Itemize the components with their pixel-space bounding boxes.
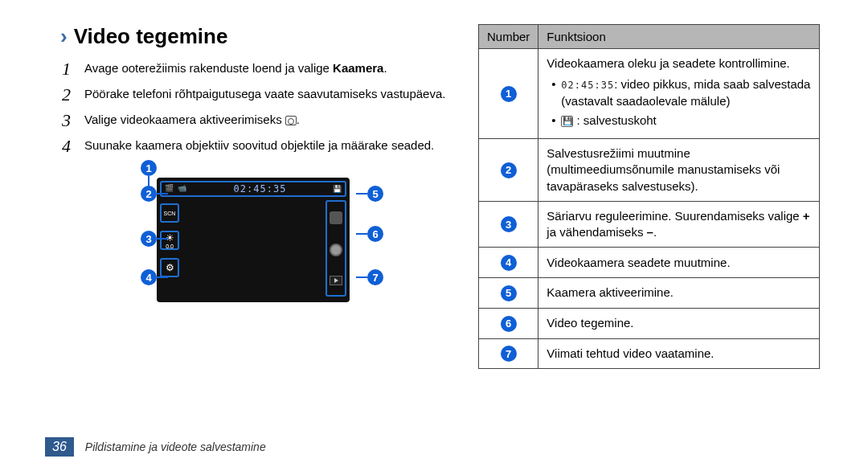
step-item: 3 Valige videokaamera aktiveerimiseks . <box>62 112 446 129</box>
scene-label: SCN <box>164 211 176 216</box>
table-row: 4 Videokaamera seadete muutmine. <box>479 248 820 278</box>
heading-title: Video tegemine <box>74 24 228 49</box>
callout-2: 2 <box>141 186 157 202</box>
camera-switch-icon <box>330 211 342 224</box>
col-number: Number <box>479 25 538 49</box>
chevron-right-icon: › <box>60 24 68 49</box>
row-badge: 2 <box>501 162 517 178</box>
step-number: 3 <box>62 112 76 129</box>
step-number: 1 <box>62 60 76 78</box>
scene-mode-highlight: SCN <box>160 203 179 223</box>
row-badge: 3 <box>501 216 517 232</box>
exposure-value: 0.0 <box>166 244 174 249</box>
row-badge: 1 <box>501 86 517 102</box>
functions-table: Number Funktsioon 1 Videokaamera oleku j… <box>478 24 820 369</box>
row-description: Viimati tehtud video vaatamine. <box>538 338 820 369</box>
row-description: Video tegemine. <box>538 308 820 338</box>
right-column: Number Funktsioon 1 Videokaamera oleku j… <box>478 24 820 369</box>
row-badge: 6 <box>501 316 517 332</box>
right-controls-highlight <box>326 200 346 297</box>
row-badge: 4 <box>501 255 517 271</box>
left-column: › Video tegemine 1 Avage ooterežiimis ra… <box>60 24 446 369</box>
callout-3: 3 <box>141 231 157 247</box>
table-row: 1 Videokaamera oleku ja seadete kontroll… <box>479 49 820 139</box>
row-badge: 5 <box>501 285 517 301</box>
camera-preview-diagram: 🎬 📹 02:45:35 💾 SCN 0.0 <box>133 170 374 314</box>
table-row: 7 Viimati tehtud video vaatamine. <box>479 338 820 369</box>
page-number: 36 <box>45 437 74 457</box>
table-header-row: Number Funktsioon <box>479 25 820 49</box>
row-description: Videokaamera oleku ja seadete kontrollim… <box>538 49 820 139</box>
section-title: Pildistamine ja videote salvestamine <box>85 440 266 453</box>
step-text: Valige videokaamera aktiveerimiseks . <box>84 112 446 129</box>
step-text: Avage ooterežiimis rakenduste loend ja v… <box>84 60 446 78</box>
exposure-control-highlight: 0.0 <box>160 231 179 250</box>
list-item: 02:45:35: video pikkus, mida saab salves… <box>551 76 811 109</box>
step-number: 2 <box>62 86 76 104</box>
row-badge: 7 <box>501 346 517 362</box>
step-text: Pöörake telefoni rõhtpaigutusega vaate s… <box>84 86 446 104</box>
list-item: : salvestuskoht <box>551 113 811 129</box>
step-text: Suunake kaamera objektiiv soovitud objek… <box>84 137 446 155</box>
step-item: 4 Suunake kaamera objektiiv soovitud obj… <box>62 137 446 155</box>
section-heading: › Video tegemine <box>60 24 446 49</box>
playback-icon <box>330 276 342 285</box>
row-description: Kaamera aktiveerimine. <box>538 278 820 309</box>
left-controls: SCN 0.0 <box>160 203 179 277</box>
row-description: Säriarvu reguleerimine. Suurendamiseks v… <box>538 201 820 248</box>
callout-1: 1 <box>141 160 157 176</box>
step-item: 2 Pöörake telefoni rõhtpaigutusega vaate… <box>62 86 446 104</box>
status-bar-highlight: 🎬 📹 02:45:35 💾 <box>160 181 346 197</box>
table-row: 3 Säriarvu reguleerimine. Suurendamiseks… <box>479 201 820 248</box>
callout-4: 4 <box>141 269 157 285</box>
callout-5: 5 <box>367 186 383 202</box>
steps-list: 1 Avage ooterežiimis rakenduste loend ja… <box>62 60 446 155</box>
row-description: Videokaamera seadete muutmine. <box>538 248 820 278</box>
storage-icon: 💾 <box>333 185 342 193</box>
table-row: 6 Video tegemine. <box>479 308 820 338</box>
callout-7: 7 <box>367 269 383 285</box>
camera-mode-icon <box>285 116 297 125</box>
camera-body: 🎬 📹 02:45:35 💾 SCN 0.0 <box>157 178 350 302</box>
settings-control-highlight <box>160 258 179 277</box>
gear-icon <box>162 260 178 276</box>
col-function: Funktsioon <box>538 25 820 49</box>
record-button-icon <box>330 244 342 256</box>
step-number: 4 <box>62 137 76 155</box>
callout-6: 6 <box>367 226 383 242</box>
page-footer: 36 Pildistamine ja videote salvestamine <box>45 437 266 457</box>
time-remaining-display: 02:45:35 <box>234 183 287 195</box>
row-description: Salvestusrežiimi muutmine (multimeediums… <box>538 139 820 202</box>
table-row: 5 Kaamera aktiveerimine. <box>479 278 820 309</box>
table-row: 2 Salvestusrežiimi muutmine (multimeediu… <box>479 139 820 202</box>
step-item: 1 Avage ooterežiimis rakenduste loend ja… <box>62 60 446 78</box>
page-content: › Video tegemine 1 Avage ooterežiimis ra… <box>0 0 868 377</box>
video-icon: 📹 <box>178 184 187 194</box>
time-chip: 02:45:35 <box>561 80 614 91</box>
storage-location-icon <box>561 116 573 127</box>
